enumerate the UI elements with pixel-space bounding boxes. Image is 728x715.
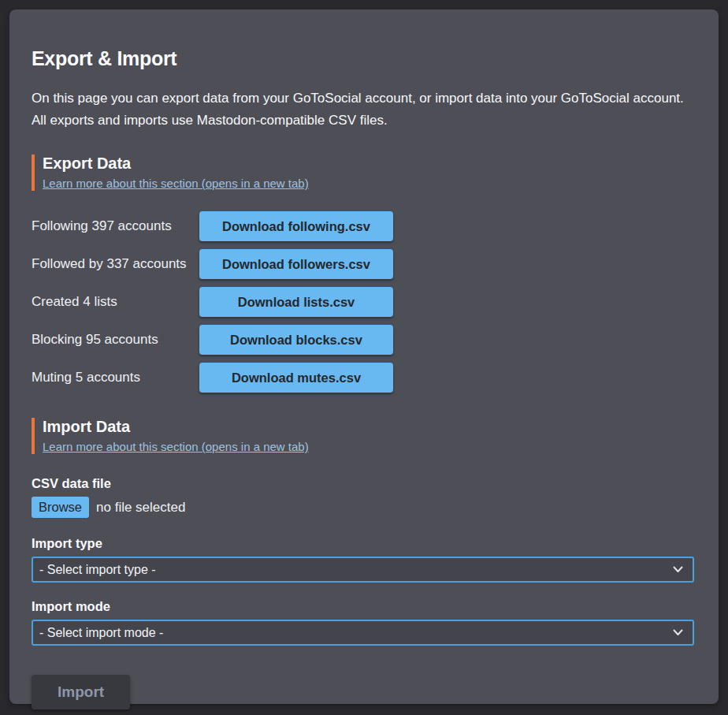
download-lists-button[interactable]: Download lists.csv [199,287,393,317]
download-blocks-button[interactable]: Download blocks.csv [199,325,393,355]
import-mode-label: Import mode [32,599,695,614]
import-section-header: Import Data Learn more about this sectio… [32,418,695,454]
export-import-panel: Export & Import On this page you can exp… [9,9,719,704]
chevron-down-icon [673,566,683,573]
import-type-field: Import type - Select import type - [32,536,695,583]
page-title: Export & Import [32,47,695,70]
following-count-label: Following 397 accounts [32,218,199,234]
import-type-selected-value: - Select import type - [39,563,156,577]
import-mode-select[interactable]: - Select import mode - [32,620,694,646]
lists-count-label: Created 4 lists [32,294,199,310]
import-mode-field: Import mode - Select import mode - [32,599,695,646]
import-type-select[interactable]: - Select import type - [32,557,694,583]
export-section-header: Export Data Learn more about this sectio… [32,155,695,191]
followers-count-label: Followed by 337 accounts [32,256,199,272]
import-submit-button[interactable]: Import [32,675,130,709]
download-following-button[interactable]: Download following.csv [199,211,393,241]
blocks-count-label: Blocking 95 accounts [32,332,199,348]
download-mutes-button[interactable]: Download mutes.csv [199,363,393,393]
import-mode-selected-value: - Select import mode - [39,626,163,640]
csv-file-input: Browse no file selected [32,497,695,518]
mutes-count-label: Muting 5 accounts [32,370,199,385]
export-rows: Following 397 accounts Download followin… [32,211,695,393]
csv-file-label: CSV data file [32,476,695,491]
import-type-label: Import type [32,536,695,551]
import-learn-more-link[interactable]: Learn more about this section (opens in … [43,440,309,453]
export-data-heading: Export Data [43,155,695,173]
page-description: On this page you can export data from yo… [32,88,693,131]
import-data-heading: Import Data [43,418,695,436]
download-followers-button[interactable]: Download followers.csv [199,249,393,279]
chevron-down-icon [673,629,683,636]
browse-button[interactable]: Browse [32,497,89,518]
export-learn-more-link[interactable]: Learn more about this section (opens in … [43,177,309,190]
file-status-text: no file selected [96,500,185,516]
